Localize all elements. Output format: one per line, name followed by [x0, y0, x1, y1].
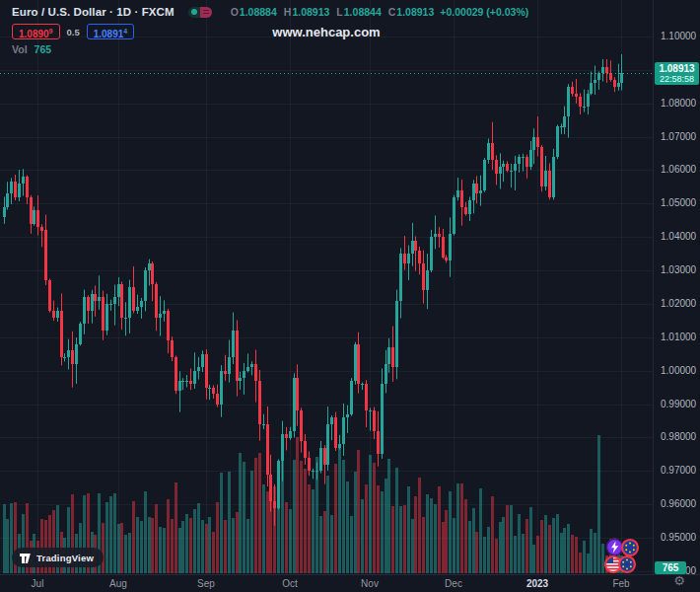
price-axis[interactable]: 1.08913 22:58:58 765 1.100001.090001.080…	[653, 0, 700, 574]
chart-legend: Euro / U.S. Dollar · 1D · FXCM O1.08884 …	[12, 6, 528, 18]
tradingview-logo-text: TradingView	[36, 553, 94, 563]
close-value: 1.08913	[396, 6, 434, 18]
high-label: H	[284, 6, 292, 18]
price-tick-label: 0.96000	[661, 498, 696, 509]
price-tick-label: 0.97000	[661, 465, 696, 476]
close-label: C	[388, 6, 396, 18]
tv-icon	[19, 552, 32, 564]
volume-legend: Vol 765	[12, 43, 51, 55]
time-tick-label: Dec	[434, 578, 473, 589]
bar-countdown: 22:58:58	[655, 74, 699, 84]
buy-sell-toggle[interactable]	[188, 7, 212, 18]
price-tick-label: 0.95000	[661, 532, 696, 543]
time-tick-label: Aug	[99, 578, 138, 589]
price-tick-label: 1.00000	[661, 365, 696, 376]
quote-panel: 1.08909 0.5 1.08914	[12, 24, 134, 39]
toggle-dot-icon	[191, 9, 197, 15]
gear-icon[interactable]: ⚙	[671, 573, 687, 589]
high-value: 1.08913	[292, 6, 329, 18]
price-tick-label: 1.07000	[661, 131, 696, 142]
change-value: +0.00029 (+0.03%)	[440, 6, 528, 18]
low-value: 1.08844	[344, 6, 382, 18]
price-tick-label: 1.02000	[661, 298, 696, 309]
price-tick-label: 1.01000	[661, 332, 696, 342]
candlestick-chart[interactable]	[0, 0, 653, 574]
price-tick-label: 1.10000	[661, 31, 696, 41]
time-tick-label: 2023	[518, 578, 557, 589]
price-tick-label: 1.04000	[661, 231, 696, 242]
toggle-menu-icon	[200, 7, 212, 18]
ohlc-values: O1.08884 H1.08913 L1.08844 C1.08913 +0.0…	[224, 6, 529, 18]
time-tick-label: Feb	[601, 578, 641, 589]
time-axis[interactable]: JulAugSepOctNovDec2023Feb	[0, 574, 700, 592]
price-tick-label: 1.06000	[661, 164, 696, 175]
price-tick-label: 0.99000	[661, 399, 696, 409]
volume-value: 765	[35, 43, 52, 55]
price-tick-label: 0.98000	[661, 431, 696, 442]
volume-label: Vol	[12, 43, 28, 55]
price-tick-label: 1.05000	[661, 197, 696, 208]
open-label: O	[231, 6, 239, 18]
buy-button[interactable]: 1.08914	[87, 24, 135, 39]
price-tick-label: 1.08000	[661, 98, 696, 109]
time-tick-label: Jul	[18, 578, 57, 589]
time-tick-label: Sep	[186, 578, 226, 589]
event-markers	[599, 536, 643, 577]
spread-value: 0.5	[67, 27, 80, 37]
last-price-value: 1.08913	[655, 63, 699, 74]
last-price-badge: 1.08913 22:58:58	[655, 62, 699, 85]
tradingview-logo[interactable]: TradingView	[12, 548, 104, 567]
low-label: L	[336, 6, 342, 18]
time-tick-label: Nov	[350, 578, 389, 589]
symbol-title[interactable]: Euro / U.S. Dollar · 1D · FXCM	[12, 6, 175, 18]
open-value: 1.08884	[240, 6, 277, 18]
tradingview-chart-window: www.nehcap.com Euro / U.S. Dollar · 1D ·…	[0, 0, 700, 592]
sell-button[interactable]: 1.08909	[12, 24, 60, 39]
eu-flag-icon-2[interactable]	[617, 555, 637, 574]
time-tick-label: Oct	[270, 578, 310, 589]
price-tick-label: 1.03000	[661, 264, 696, 275]
